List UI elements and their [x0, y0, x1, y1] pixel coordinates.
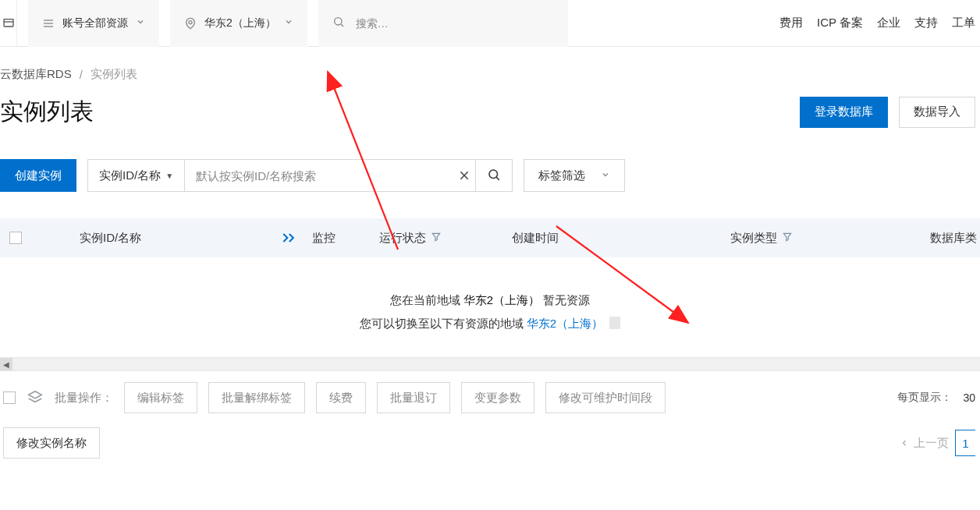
top-bar-left: 账号全部资源 华东2（上海）: [0, 0, 568, 47]
global-search[interactable]: [318, 0, 568, 47]
chevron-down-icon: [601, 170, 610, 182]
clear-search-button[interactable]: [453, 160, 475, 191]
svg-rect-3: [4, 19, 13, 26]
caret-down-icon: ▼: [165, 172, 173, 180]
chevron-down-icon: [284, 17, 293, 29]
pager-prev[interactable]: 上一页: [900, 436, 949, 451]
breadcrumb-current: 实例列表: [91, 67, 137, 82]
nav-icp[interactable]: ICP 备案: [817, 16, 863, 30]
th-status[interactable]: 运行状态: [379, 231, 512, 246]
filter-icon: [431, 232, 442, 245]
batch-edit-tags-button[interactable]: 编辑标签: [124, 382, 197, 413]
switch-region-link[interactable]: 华东2（上海）: [527, 317, 603, 330]
empty-line1-suffix: 暂无资源: [540, 293, 590, 306]
pager-current-page[interactable]: 1: [955, 430, 975, 456]
th-monitor-label: 监控: [312, 231, 336, 246]
th-db-label: 数据库类: [930, 231, 977, 246]
create-instance-button[interactable]: 创建实例: [0, 159, 76, 192]
scroll-left-button[interactable]: ◀: [0, 358, 12, 370]
per-page-label: 每页显示：: [897, 391, 952, 405]
batch-label: 批量操作：: [55, 391, 113, 406]
global-search-input[interactable]: [354, 16, 554, 30]
top-bar: 账号全部资源 华东2（上海）: [0, 0, 980, 47]
pager: 上一页 1: [900, 430, 980, 456]
batch-action-bar-row2: 修改实例名称 上一页 1: [0, 424, 980, 469]
th-expand-columns[interactable]: [265, 232, 312, 243]
resources-icon: [42, 18, 55, 29]
svg-line-14: [496, 177, 499, 179]
nav-support[interactable]: 支持: [914, 16, 938, 30]
instance-search-group: 实例ID/名称 ▼: [87, 159, 476, 192]
empty-line2-prefix: 您可以切换至以下有资源的地域: [360, 317, 527, 330]
empty-line1-prefix: 您在当前地域: [390, 293, 463, 306]
svg-line-10: [341, 24, 343, 27]
th-db: 数据库类: [847, 231, 980, 246]
th-status-label: 运行状态: [379, 231, 426, 246]
pagination-size: 每页显示： 30: [897, 391, 980, 405]
chevron-down-icon: [136, 17, 145, 29]
batch-action-bar: 批量操作： 编辑标签 批量解绑标签 续费 批量退订 变更参数 修改可维护时间段 …: [0, 371, 980, 424]
breadcrumb: 云数据库RDS / 实例列表: [0, 67, 980, 82]
account-resources-dropdown[interactable]: 账号全部资源: [28, 0, 159, 47]
console-home-button[interactable]: [0, 0, 17, 47]
th-type[interactable]: 实例类型: [730, 231, 847, 246]
batch-maint-window-button[interactable]: 修改可维护时间段: [545, 382, 666, 413]
empty-line1-region: 华东2（上海）: [463, 293, 540, 306]
svg-point-13: [489, 170, 498, 179]
batch-change-params-button[interactable]: 变更参数: [461, 382, 534, 413]
th-created: 创建时间: [512, 231, 730, 246]
empty-line-2: 您可以切换至以下有资源的地域 华东2（上海）: [0, 312, 980, 335]
select-all-cell: [0, 232, 31, 244]
instance-table: 实例ID/名称 监控 运行状态 创建时间: [0, 218, 980, 371]
page-title-actions: 登录数据库 数据导入: [800, 97, 980, 128]
region-label: 华东2（上海）: [204, 16, 276, 30]
nav-enterprise[interactable]: 企业: [877, 16, 900, 30]
table-header: 实例ID/名称 监控 运行状态 创建时间: [0, 218, 980, 257]
batch-unbind-tags-button[interactable]: 批量解绑标签: [208, 382, 305, 413]
th-idname: 实例ID/名称: [31, 231, 265, 246]
breadcrumb-root[interactable]: 云数据库RDS: [0, 67, 72, 82]
pager-prev-label: 上一页: [914, 436, 949, 451]
search-submit-button[interactable]: [475, 159, 513, 192]
page-body: 云数据库RDS / 实例列表 实例列表 登录数据库 数据导入 创建实例 实例ID…: [0, 47, 980, 469]
tag-filter-label: 标签筛选: [538, 168, 585, 183]
login-database-button[interactable]: 登录数据库: [800, 97, 888, 128]
batch-renew-button[interactable]: 续费: [316, 382, 366, 413]
empty-state: 您在当前地域 华东2（上海） 暂无资源 您可以切换至以下有资源的地域 华东2（上…: [0, 257, 980, 357]
search-type-label: 实例ID/名称: [99, 168, 161, 183]
search-icon: [487, 168, 501, 184]
th-type-label: 实例类型: [730, 231, 777, 246]
select-all-checkbox[interactable]: [9, 232, 22, 244]
search-type-dropdown[interactable]: 实例ID/名称 ▼: [88, 160, 185, 191]
th-idname-label: 实例ID/名称: [80, 231, 141, 246]
nav-tickets[interactable]: 工单: [952, 16, 975, 30]
copy-icon[interactable]: [609, 317, 620, 329]
stack-icon: [27, 389, 44, 406]
th-monitor: 监控: [312, 231, 379, 246]
breadcrumb-sep: /: [80, 68, 83, 81]
page-title-row: 实例列表 登录数据库 数据导入: [0, 96, 980, 128]
page-title: 实例列表: [0, 96, 94, 128]
batch-rename-button[interactable]: 修改实例名称: [3, 427, 100, 459]
location-icon: [184, 17, 197, 30]
instance-search-input[interactable]: [194, 168, 444, 183]
search-icon: [332, 16, 345, 30]
tag-filter-dropdown[interactable]: 标签筛选: [524, 159, 625, 192]
empty-line-1: 您在当前地域 华东2（上海） 暂无资源: [0, 289, 980, 312]
list-toolbar: 创建实例 实例ID/名称 ▼: [0, 159, 980, 192]
th-created-label: 创建时间: [512, 231, 559, 246]
svg-point-8: [189, 20, 192, 23]
account-resources-label: 账号全部资源: [62, 16, 128, 30]
batch-select-checkbox[interactable]: [3, 391, 16, 404]
top-bar-right: 费用 ICP 备案 企业 支持 工单: [779, 16, 980, 30]
region-dropdown[interactable]: 华东2（上海）: [170, 0, 307, 47]
svg-marker-15: [29, 391, 42, 398]
import-data-button[interactable]: 数据导入: [899, 97, 975, 128]
filter-icon: [782, 232, 793, 245]
svg-point-9: [334, 18, 341, 25]
search-input-wrap: [185, 160, 453, 191]
per-page-value[interactable]: 30: [963, 391, 975, 404]
nav-fees[interactable]: 费用: [779, 16, 803, 30]
horizontal-scrollbar[interactable]: ◀: [0, 357, 980, 371]
batch-unsubscribe-button[interactable]: 批量退订: [377, 382, 450, 413]
